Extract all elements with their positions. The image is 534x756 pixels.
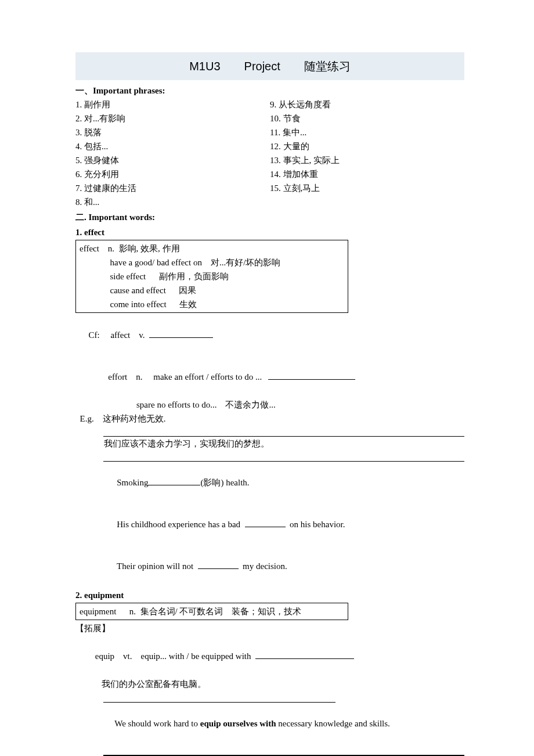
box-line: equipment n. 集合名词/ 不可数名词 装备；知识，技术 (80, 604, 344, 618)
section1-heading: 一、Important phrases: (75, 84, 464, 98)
box-line: have a good/ bad effect on 对...有好/坏的影响 (80, 255, 344, 269)
phrase-item: 3. 脱落 (75, 125, 270, 139)
text-b: my decision. (239, 561, 287, 571)
line-effort1: effort n. make an effort / efforts to do… (75, 356, 464, 398)
blank-underline[interactable] (103, 426, 464, 437)
phrase-item: 12. 大量的 (270, 139, 464, 153)
line-equip: equip vt. equip... with / be equipped wi… (75, 635, 464, 677)
line-childhood: His childhood experience has a bad on hi… (75, 503, 464, 545)
line-cf: Cf: affect v. (75, 314, 464, 356)
document-page: M1U3 Project 随堂练习 一、Important phrases: 1… (0, 0, 534, 756)
cf-label: Cf: affect v. (89, 330, 150, 340)
word1-box: effect n. 影响, 效果, 作用 have a good/ bad ef… (75, 240, 348, 313)
text-a: Smoking (89, 478, 149, 487)
line-effort2: spare no efforts to do... 不遗余力做... (75, 398, 464, 412)
line-cn: 我们的办公室配备有电脑。 (75, 677, 464, 691)
blank-line (75, 451, 464, 462)
line-en: We should work hard to equip ourselves w… (75, 703, 464, 744)
section2-heading: 二. Important words: (75, 210, 464, 224)
title-module: M1U3 (189, 60, 220, 73)
blank-underline[interactable] (148, 477, 200, 486)
phrase-item: 1. 副作用 (75, 98, 270, 111)
blank-underline[interactable] (255, 651, 354, 660)
box-line: cause and effect 因果 (80, 283, 344, 297)
word2-notes: 【拓展】 equip vt. equip... with / be equipp… (75, 621, 464, 756)
phrase-item: 5. 强身健体 (75, 153, 270, 167)
blank-underline[interactable] (103, 691, 464, 703)
title-bar: M1U3 Project 随堂练习 (75, 52, 464, 80)
line-opinion: Their opinion will not my decision. (75, 545, 464, 587)
effort-text: effort n. make an effort / efforts to do… (89, 372, 269, 381)
title-cn: 随堂练习 (304, 60, 351, 73)
text-b: (影响) health. (200, 478, 249, 487)
phrase-item: 2. 对...有影响 (75, 111, 270, 125)
phrase-item: 10. 节食 (270, 111, 464, 125)
text-a: Their opinion will not (89, 561, 198, 571)
word1-notes: Cf: affect v. effort n. make an effort /… (75, 314, 464, 587)
blank-underline[interactable] (103, 451, 464, 462)
line-ext: 【拓展】 (75, 621, 464, 635)
text-a: We should work hard to (89, 719, 200, 728)
line-eg: E.g. 这种药对他无效. (75, 412, 464, 426)
word2-heading: 2. equipment (75, 588, 464, 602)
phrase-item: 14. 增加体重 (270, 167, 464, 181)
word1-heading: 1. effect (75, 225, 464, 239)
blank-line (75, 426, 464, 437)
box-line: come into effect 生效 (80, 297, 344, 311)
phrases-columns: 1. 副作用 2. 对...有影响 3. 脱落 4. 包括... 5. 强身健体… (75, 98, 464, 209)
phrase-item: 8. 和... (75, 195, 270, 209)
phrases-right-col: 9. 从长远角度看 10. 节食 11. 集中... 12. 大量的 13. 事… (270, 98, 464, 209)
blank-line-bold (75, 744, 464, 756)
word2-box: equipment n. 集合名词/ 不可数名词 装备；知识，技术 (75, 603, 348, 620)
phrase-item: 15. 立刻,马上 (270, 181, 464, 195)
blank-underline[interactable] (103, 744, 464, 756)
box-line: side effect 副作用，负面影响 (80, 269, 344, 283)
phrase-item: 4. 包括... (75, 139, 270, 153)
phrase-item: 11. 集中... (270, 125, 464, 139)
box-line: effect n. 影响, 效果, 作用 (80, 242, 344, 255)
blank-underline[interactable] (245, 519, 286, 528)
text-a: equip vt. equip... with / be equipped wi… (89, 651, 255, 661)
text-a: His childhood experience has a bad (89, 520, 245, 529)
phrase-item: 13. 事实上, 实际上 (270, 153, 464, 167)
blank-line (75, 691, 464, 703)
phrase-item: 6. 充分利用 (75, 167, 270, 181)
blank-underline[interactable] (268, 372, 355, 380)
title-project: Project (244, 60, 280, 73)
line-cn1: 我们应该不遗余力学习，实现我们的梦想。 (75, 437, 464, 451)
line-smoking: Smoking(影响) health. (75, 462, 464, 503)
blank-underline[interactable] (198, 561, 239, 570)
phrase-item: 9. 从长远角度看 (270, 98, 464, 111)
phrase-item: 7. 过健康的生活 (75, 181, 270, 195)
phrases-left-col: 1. 副作用 2. 对...有影响 3. 脱落 4. 包括... 5. 强身健体… (75, 98, 270, 209)
text-b: on his behavior. (286, 520, 345, 529)
text-b: necessary knowledge and skills. (276, 719, 390, 728)
bold-phrase: equip ourselves with (200, 719, 276, 728)
blank-underline[interactable] (149, 330, 213, 339)
